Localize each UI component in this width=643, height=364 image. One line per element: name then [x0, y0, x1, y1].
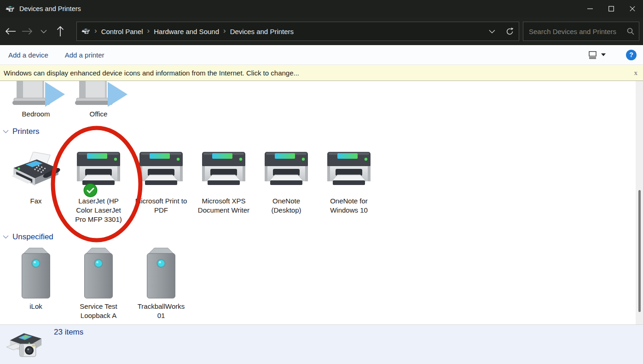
printers-row: Fax LaserJet (HP Color LaserJet Pro MFP … — [0, 152, 643, 224]
change-view-button[interactable] — [585, 49, 608, 61]
fax-icon — [10, 152, 62, 188]
breadcrumb-devices-and-printers[interactable]: Devices and Printers — [230, 28, 294, 35]
view-layout-icon — [588, 51, 597, 59]
printer-icon — [262, 152, 311, 188]
section-collapse-icon — [3, 235, 9, 239]
scrollbar-thumb[interactable] — [638, 190, 641, 312]
up-button[interactable] — [52, 23, 69, 40]
printer-icon — [199, 152, 248, 188]
printers-section-header[interactable]: Printers — [3, 126, 643, 137]
navigation-bar: › Control Panel › Hardware and Sound › D… — [0, 17, 643, 45]
breadcrumb-separator: › — [223, 26, 226, 36]
search-box — [523, 22, 639, 41]
default-printer-badge-icon — [83, 183, 98, 197]
window-app-icon — [6, 5, 15, 13]
close-icon — [630, 6, 635, 12]
printer-label: OneNote (Desktop) — [271, 196, 301, 215]
device-item-office[interactable]: Office — [67, 81, 130, 119]
printer-label: OneNote for Windows 10 — [330, 196, 368, 215]
notification-close-button[interactable]: x — [634, 69, 638, 77]
chevron-down-icon — [41, 29, 47, 34]
back-arrow-icon — [5, 28, 16, 35]
device-label: Bedroom — [22, 110, 50, 119]
minimize-icon — [587, 6, 593, 12]
add-printer-button[interactable]: Add a printer — [57, 51, 113, 59]
section-title: Unspecified — [12, 232, 53, 242]
media-device-icon — [69, 81, 128, 107]
maximize-icon — [608, 6, 614, 12]
item-count: 23 items — [54, 328, 83, 337]
vertical-scrollbar[interactable] — [636, 81, 643, 324]
items-view: Bedroom Office Printers Fax — [0, 81, 643, 324]
printer-item-fax[interactable]: Fax — [5, 152, 67, 224]
unspecified-section-header[interactable]: Unspecified — [3, 231, 643, 242]
devices-and-printers-window: Devices and Printers › — [0, 0, 643, 364]
printer-item-laserjet[interactable]: LaserJet (HP Color LaserJet Pro MFP 3301… — [67, 152, 130, 224]
printer-icon — [324, 152, 373, 188]
unspecified-row: iLok Service Test Loopback A TrackballWo… — [0, 247, 643, 320]
title-bar: Devices and Printers — [0, 0, 643, 17]
breadcrumb-control-panel[interactable]: Control Panel — [101, 28, 143, 35]
device-label: iLok — [29, 302, 42, 311]
generic-device-icon — [81, 247, 116, 299]
notification-bar[interactable]: Windows can display enhanced device icon… — [0, 65, 643, 81]
media-device-icon — [6, 81, 65, 107]
device-label: Office — [90, 110, 108, 119]
close-button[interactable] — [622, 0, 643, 17]
device-label: Service Test Loopback A — [80, 302, 117, 320]
breadcrumb-separator: › — [94, 26, 97, 36]
search-icon[interactable] — [627, 28, 634, 35]
address-dropdown-icon[interactable] — [489, 29, 495, 34]
notification-text[interactable]: Windows can display enhanced device icon… — [4, 69, 299, 77]
window-title: Devices and Printers — [19, 5, 81, 12]
printer-icon — [137, 152, 185, 188]
printer-label: Fax — [30, 196, 41, 206]
breadcrumb-separator: › — [147, 26, 150, 36]
device-item-trackballworks[interactable]: TrackballWorks 01 — [130, 247, 192, 320]
command-toolbar: Add a device Add a printer ? — [0, 45, 643, 65]
address-location-icon — [81, 27, 90, 35]
up-arrow-icon — [57, 26, 64, 37]
device-item-ilok[interactable]: iLok — [5, 247, 67, 320]
view-dropdown-icon — [601, 53, 606, 56]
devices-summary-icon — [6, 329, 44, 364]
multimedia-devices-row: Bedroom Office — [0, 81, 643, 119]
back-button[interactable] — [2, 23, 19, 40]
printer-item-onenote-windows10[interactable]: OneNote for Windows 10 — [318, 152, 380, 224]
add-device-button[interactable]: Add a device — [0, 51, 57, 59]
forward-button[interactable] — [19, 23, 35, 40]
printer-item-microsoft-xps[interactable]: Microsoft XPS Document Writer — [192, 152, 255, 224]
printer-label: LaserJet (HP Color LaserJet Pro MFP 3301… — [75, 196, 122, 224]
printer-label: Microsoft Print to PDF — [135, 196, 187, 215]
refresh-icon[interactable] — [505, 27, 514, 36]
printer-item-microsoft-print-to-pdf[interactable]: Microsoft Print to PDF — [130, 152, 192, 224]
details-pane: 23 items — [0, 324, 643, 364]
breadcrumb-hardware-and-sound[interactable]: Hardware and Sound — [154, 28, 219, 35]
minimize-button[interactable] — [579, 0, 601, 17]
forward-arrow-icon — [22, 28, 33, 35]
maximize-button[interactable] — [601, 0, 622, 17]
device-item-bedroom[interactable]: Bedroom — [5, 81, 67, 119]
recent-locations-button[interactable] — [35, 23, 52, 40]
printer-item-onenote-desktop[interactable]: OneNote (Desktop) — [255, 152, 318, 224]
generic-device-icon — [18, 247, 54, 299]
address-bar[interactable]: › Control Panel › Hardware and Sound › D… — [76, 22, 519, 41]
section-collapse-icon — [3, 130, 9, 133]
device-label: TrackballWorks 01 — [138, 302, 185, 320]
printer-icon — [74, 152, 123, 188]
help-button[interactable]: ? — [626, 50, 637, 60]
printer-label: Microsoft XPS Document Writer — [198, 196, 249, 215]
section-title: Printers — [12, 127, 40, 136]
generic-device-icon — [143, 247, 179, 299]
device-item-service-test-loopback[interactable]: Service Test Loopback A — [67, 247, 130, 320]
search-input[interactable] — [523, 28, 627, 35]
